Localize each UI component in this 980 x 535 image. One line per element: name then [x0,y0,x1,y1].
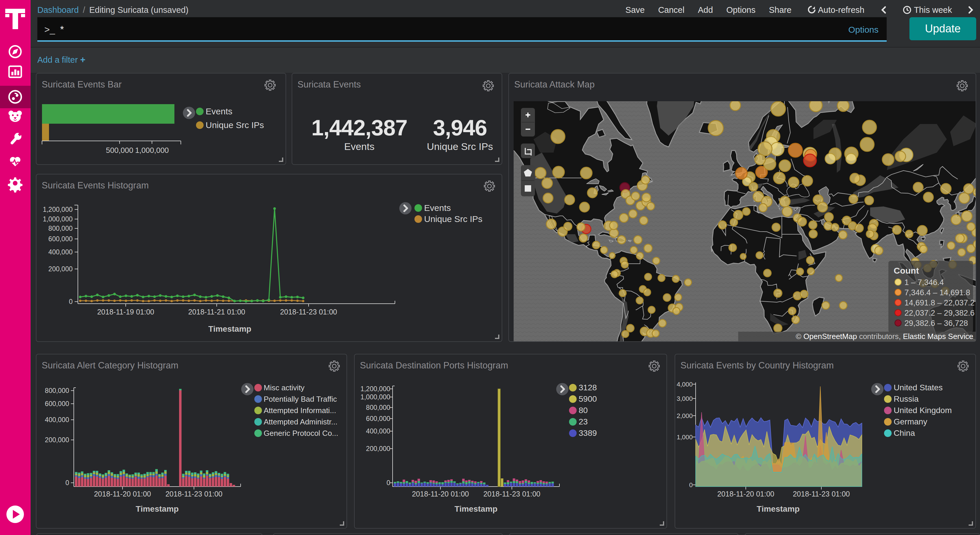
svg-text:4,000: 4,000 [677,381,693,388]
svg-text:80: 80 [579,406,588,415]
svg-text:23: 23 [579,417,588,426]
svg-text:2018-11-23 01:00: 2018-11-23 01:00 [483,490,541,498]
svg-text:Russia: Russia [894,394,919,403]
svg-text:Misc activity: Misc activity [264,383,304,392]
svg-text:7,346.4 – 14,691.8: 7,346.4 – 14,691.8 [904,288,970,297]
svg-text:1,200,000: 1,200,000 [361,385,390,393]
svg-text:3,000: 3,000 [677,395,693,402]
svg-text:2018-11-21 01:00: 2018-11-21 01:00 [188,308,245,316]
svg-text:0: 0 [689,481,693,489]
svg-text:Timestamp: Timestamp [208,324,251,333]
svg-text:© OpenStreetMap contributors,: © OpenStreetMap contributors, Elastic Ma… [795,332,973,341]
svg-text:5900: 5900 [579,394,597,403]
svg-text:United States: United States [894,383,943,392]
svg-text:Potentially Bad Traffic: Potentially Bad Traffic [264,395,337,403]
svg-text:2018-11-20 01:00: 2018-11-20 01:00 [412,490,469,498]
svg-text:0: 0 [69,298,73,306]
svg-text:200,000: 200,000 [45,436,69,444]
svg-text:400,000: 400,000 [45,416,69,424]
svg-text:3128: 3128 [579,383,597,392]
svg-text:1,000,000: 1,000,000 [361,393,390,401]
svg-text:14,691.8 – 22,037.2: 14,691.8 – 22,037.2 [904,298,974,307]
svg-text:200,000: 200,000 [366,445,390,452]
svg-text:Timestamp: Timestamp [757,505,799,513]
svg-text:200,000: 200,000 [48,265,73,273]
svg-text:Germany: Germany [894,417,927,426]
svg-text:1,000: 1,000 [677,433,693,441]
svg-text:Unique Src IPs: Unique Src IPs [424,214,482,224]
svg-text:Timestamp: Timestamp [454,505,497,513]
svg-text:Timestamp: Timestamp [135,505,178,513]
svg-text:400,000: 400,000 [366,427,390,435]
svg-text:Events: Events [424,203,451,213]
svg-text:1,200,000: 1,200,000 [43,205,73,213]
svg-text:1,000,000: 1,000,000 [135,146,169,154]
svg-text:29,382.6 – 36,728: 29,382.6 – 36,728 [904,319,968,328]
svg-text:1,000,000: 1,000,000 [43,215,73,223]
svg-text:22,037.2 – 29,382.6: 22,037.2 – 29,382.6 [904,309,974,317]
svg-text:400,000: 400,000 [48,248,73,256]
svg-text:600,000: 600,000 [366,415,390,422]
svg-text:2018-11-23 01:00: 2018-11-23 01:00 [165,490,223,498]
svg-text:China: China [894,428,915,438]
svg-text:2018-11-23 01:00: 2018-11-23 01:00 [280,308,337,316]
svg-text:3389: 3389 [579,428,597,438]
svg-text:United Kingdom: United Kingdom [894,406,952,415]
svg-text:Attempted Informati...: Attempted Informati... [264,406,336,415]
svg-text:Events: Events [205,107,232,116]
svg-text:Attempted Administr...: Attempted Administr... [264,417,337,426]
svg-text:2018-11-20 01:00: 2018-11-20 01:00 [94,490,151,498]
svg-text:600,000: 600,000 [48,235,73,243]
svg-text:800,000: 800,000 [48,225,73,232]
svg-text:2018-11-19 01:00: 2018-11-19 01:00 [97,308,154,316]
svg-text:2,000: 2,000 [677,412,693,419]
svg-text:600,000: 600,000 [45,400,69,408]
svg-text:Generic Protocol Co...: Generic Protocol Co... [264,429,338,438]
svg-text:800,000: 800,000 [366,404,390,411]
svg-text:0: 0 [65,479,69,487]
svg-text:800,000: 800,000 [45,387,69,394]
svg-text:500,000: 500,000 [106,146,133,154]
svg-text:Count: Count [894,266,919,275]
svg-text:2018-11-20 01:00: 2018-11-20 01:00 [717,490,775,498]
svg-text:Unique Src IPs: Unique Src IPs [205,120,264,130]
svg-text:1 – 7,346.4: 1 – 7,346.4 [904,278,944,287]
svg-text:2018-11-23 01:00: 2018-11-23 01:00 [793,490,850,498]
